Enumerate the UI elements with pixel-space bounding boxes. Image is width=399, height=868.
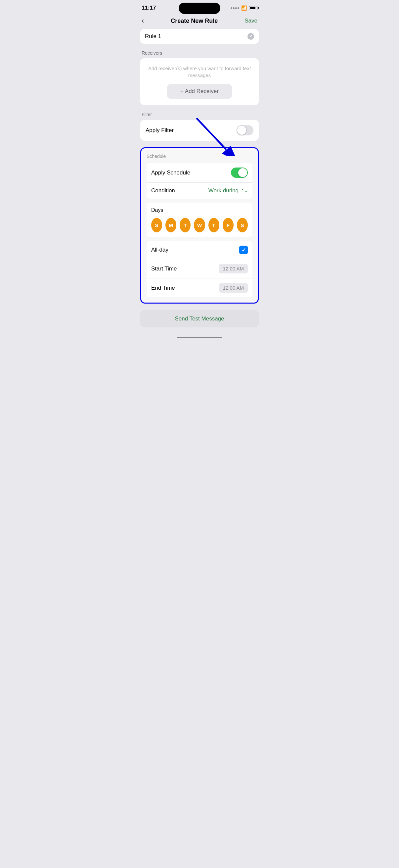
days-row: S M T W T F S	[151, 218, 248, 232]
toggle-knob	[237, 126, 246, 135]
clear-input-button[interactable]: ✕	[247, 33, 254, 40]
start-time-row: Start Time 12:00 AM	[146, 259, 253, 278]
dynamic-island	[179, 3, 220, 14]
back-button[interactable]: ‹	[142, 17, 144, 25]
allday-label: All-day	[151, 247, 168, 253]
status-bar: 11:17 📶	[135, 0, 264, 14]
end-time-row: End Time 12:00 AM	[146, 278, 253, 297]
nav-bar: ‹ Create New Rule Save	[135, 14, 264, 29]
day-tuesday[interactable]: T	[180, 218, 191, 232]
filter-section: Filter Apply Filter	[140, 112, 259, 141]
apply-filter-label: Apply Filter	[145, 127, 174, 134]
day-sunday[interactable]: S	[151, 218, 162, 232]
battery-icon	[249, 6, 257, 10]
save-button[interactable]: Save	[244, 18, 257, 24]
start-time-value[interactable]: 12:00 AM	[219, 264, 248, 274]
apply-schedule-row: Apply Schedule	[146, 163, 253, 182]
home-indicator	[135, 337, 264, 341]
days-section: Days S M T W T F S	[146, 203, 253, 237]
condition-row: Condition Work during ⌃⌄	[146, 183, 253, 198]
receivers-label: Receivers	[140, 50, 259, 56]
allday-row: All-day ✓	[146, 241, 253, 259]
schedule-section: Schedule Apply Schedule Condition Work d…	[140, 147, 259, 304]
receivers-box: Add receiver(s) where you want to forwar…	[140, 58, 259, 105]
day-thursday[interactable]: T	[208, 218, 219, 232]
wifi-icon: 📶	[241, 5, 247, 10]
content-area: ✕ Receivers Add receiver(s) where you wa…	[135, 29, 264, 334]
rule-name-container: ✕	[140, 29, 259, 44]
page-title: Create New Rule	[171, 18, 218, 25]
end-time-value[interactable]: 12:00 AM	[219, 283, 248, 292]
time-section: All-day ✓ Start Time 12:00 AM End Time 1…	[146, 241, 253, 297]
status-icons: 📶	[231, 5, 257, 10]
day-wednesday[interactable]: W	[194, 218, 205, 232]
day-saturday[interactable]: S	[237, 218, 248, 232]
filter-row-wrapper: Apply Filter	[140, 120, 259, 141]
checkmark-icon: ✓	[241, 247, 246, 253]
condition-value-text: Work during	[208, 187, 238, 194]
status-time: 11:17	[142, 5, 156, 11]
schedule-toggle-knob	[238, 168, 247, 177]
apply-schedule-label: Apply Schedule	[151, 169, 190, 176]
end-time-label: End Time	[151, 285, 175, 291]
add-receiver-button[interactable]: + Add Receiver	[167, 84, 232, 99]
days-label: Days	[151, 207, 248, 213]
day-friday[interactable]: F	[223, 218, 234, 232]
signal-icon	[231, 7, 239, 9]
day-monday[interactable]: M	[165, 218, 176, 232]
chevron-updown-icon: ⌃⌄	[240, 188, 248, 193]
condition-label: Condition	[151, 187, 175, 194]
apply-filter-toggle[interactable]	[237, 125, 254, 135]
apply-schedule-toggle[interactable]	[231, 167, 248, 178]
send-test-button[interactable]: Send Test Message	[140, 310, 259, 328]
receivers-placeholder: Add receiver(s) where you want to forwar…	[145, 65, 254, 79]
allday-checkbox[interactable]: ✓	[239, 246, 248, 254]
rule-name-input[interactable]	[145, 33, 247, 40]
receivers-section: Receivers Add receiver(s) where you want…	[140, 50, 259, 105]
filter-label: Filter	[140, 112, 259, 117]
start-time-label: Start Time	[151, 266, 177, 272]
schedule-label: Schedule	[146, 154, 253, 159]
home-bar	[177, 337, 222, 338]
apply-schedule-card: Apply Schedule Condition Work during ⌃⌄	[146, 163, 253, 198]
filter-box: Apply Filter	[140, 120, 259, 141]
condition-value-selector[interactable]: Work during ⌃⌄	[208, 187, 248, 194]
